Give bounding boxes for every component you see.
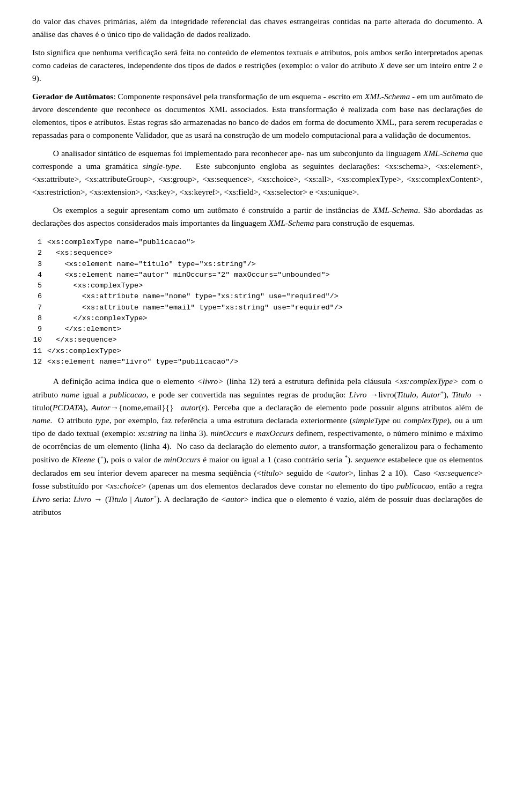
- autor-choice: Autor: [135, 494, 153, 504]
- line-content-1: <xs:complexType name="publicacao">: [47, 237, 195, 248]
- line-content-11: </xs:complexType>: [47, 346, 121, 357]
- titulo-tag: titulo: [261, 468, 279, 477]
- code-line-1: 1 <xs:complexType name="publicacao">: [32, 237, 483, 248]
- code-line-12: 12 <xs:element name="livro" type="public…: [32, 357, 483, 367]
- sequence-italic: sequence: [355, 455, 386, 464]
- xml-schema-ref-2: Schema: [443, 149, 468, 158]
- line-num-7: 7: [32, 302, 47, 313]
- code-line-7: 7 <xs:attribute name="email" type="xs:st…: [32, 302, 483, 313]
- line-num-10: 10: [32, 335, 47, 345]
- line-num-2: 2: [32, 248, 47, 259]
- line-num-5: 5: [32, 280, 47, 291]
- line-content-5: <xs:complexType>: [47, 280, 143, 291]
- autor-eps: autor: [181, 403, 199, 412]
- xs-string-italic: xs:string: [138, 429, 167, 438]
- line-num-11: 11: [32, 346, 47, 357]
- code-line-11: 11 </xs:complexType>: [32, 346, 483, 357]
- autor-tag: autor: [331, 468, 349, 477]
- titulo-rule-2: Titulo: [452, 390, 471, 399]
- autor-italic: autor: [300, 441, 318, 451]
- line-content-12: <xs:element name="livro" type="publicaca…: [47, 357, 238, 367]
- minoccurs-italic-2: minOccurs: [164, 455, 201, 464]
- publicacao-italic: publicacao: [109, 390, 146, 399]
- autor-rule: Autor: [422, 390, 440, 399]
- line-content-9: </xs:element>: [47, 324, 121, 335]
- complextype-italic: <xs:complexType>: [394, 377, 459, 386]
- bold-label-gerador: Gerador de Autômatos: [32, 92, 113, 101]
- line-num-12: 12: [32, 357, 47, 367]
- paragraph-gerador: Gerador de Autômatos: Componente respons…: [32, 90, 483, 142]
- line-num-4: 4: [32, 270, 47, 280]
- xml-schema-ref-5: XML: [269, 218, 285, 227]
- xs-choice-italic: xs:choice: [110, 481, 142, 490]
- line-content-2: <xs:sequence>: [47, 248, 113, 259]
- xml-schema-ref-4: Schema: [392, 205, 418, 215]
- name-italic-2: name: [32, 416, 50, 425]
- xs-sequence-italic: xs:sequence: [438, 468, 478, 477]
- xml-schema-ref-6: Schema: [288, 218, 314, 227]
- xml-schema-ref-3: XML: [373, 205, 389, 215]
- line-content-7: <xs:attribute name="email" type="xs:stri…: [47, 302, 343, 313]
- titulo-rule: Titulo: [397, 390, 416, 399]
- publicacao-italic-2: publicacao: [396, 481, 433, 490]
- line-content-3: <xs:element name="titulo" type="xs:strin…: [47, 259, 256, 270]
- xml-schema-ref-1: XML: [423, 149, 440, 158]
- line-content-8: </xs:complexType>: [47, 313, 147, 324]
- line-content-6: <xs:attribute name="nome" type="xs:strin…: [47, 291, 339, 302]
- code-line-6: 6 <xs:attribute name="nome" type="xs:str…: [32, 291, 483, 302]
- paragraph-definicao: A definição acima indica que o elemento …: [32, 375, 483, 519]
- lower-content-block: A definição acima indica que o elemento …: [32, 375, 483, 519]
- line-content-10: </xs:sequence>: [47, 335, 117, 345]
- code-line-4: 4 <xs:element name="autor" minOccurs="2"…: [32, 270, 483, 280]
- titulo-choice: Titulo: [108, 494, 127, 504]
- name-italic: name: [61, 390, 79, 399]
- autor-rule-2: Autor: [91, 403, 110, 412]
- line-num-8: 8: [32, 313, 47, 324]
- code-line-9: 9 </xs:element>: [32, 324, 483, 335]
- code-line-10: 10 </xs:sequence>: [32, 335, 483, 345]
- kleene-italic: Kleene: [72, 455, 95, 464]
- line-num-9: 9: [32, 324, 47, 335]
- code-line-2: 2 <xs:sequence>: [32, 248, 483, 259]
- livro-rule: Livro: [349, 390, 367, 399]
- paragraph-1: do valor das chaves primárias, além da i…: [32, 15, 483, 41]
- single-type-italic: single-type: [143, 161, 179, 171]
- maxoccurs-italic: maxOccurs: [256, 429, 294, 438]
- line-num-6: 6: [32, 291, 47, 302]
- type-italic: type: [95, 416, 109, 425]
- minoccurs-italic: minOccurs: [210, 429, 247, 438]
- complextype-italic-2: complexType: [403, 416, 447, 425]
- code-line-5: 5 <xs:complexType>: [32, 280, 483, 291]
- pcdata-rule: PCDATA: [53, 403, 83, 412]
- code-block: 1 <xs:complexType name="publicacao"> 2 <…: [32, 237, 483, 367]
- xml-schema-italic-2: Schema: [384, 92, 410, 101]
- epsilon: ε: [202, 403, 205, 412]
- paragraph-exemplos: Os exemplos a seguir apresentam como um …: [32, 204, 483, 230]
- content-block: do valor das chaves primárias, além da i…: [32, 15, 483, 230]
- code-line-8: 8 </xs:complexType>: [32, 313, 483, 324]
- livro-italic: <livro>: [197, 377, 224, 386]
- paragraph-analisador: O analisador sintático de esquemas foi i…: [32, 147, 483, 198]
- simpletype-italic: simpleType: [352, 416, 389, 425]
- line-num-1: 1: [32, 237, 47, 248]
- paragraph-2: Isto significa que nenhuma verificação s…: [32, 46, 483, 85]
- livro-choice-rule: Livro: [73, 494, 91, 504]
- line-num-3: 3: [32, 259, 47, 270]
- code-line-3: 3 <xs:element name="titulo" type="xs:str…: [32, 259, 483, 270]
- xml-schema-italic-1: XML: [365, 92, 381, 101]
- autor-italic-2: autor: [226, 494, 244, 504]
- line-content-4: <xs:element name="autor" minOccurs="2" m…: [47, 270, 330, 280]
- livro-rule-3: Livro: [32, 494, 50, 504]
